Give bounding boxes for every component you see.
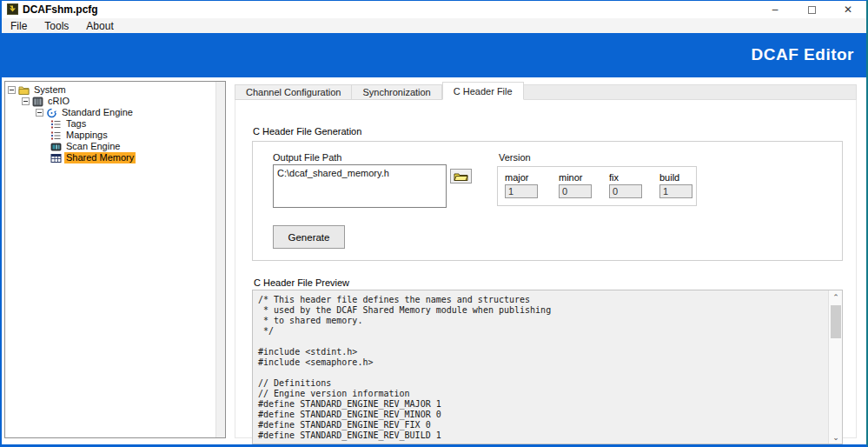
scrollbar-thumb[interactable] bbox=[831, 305, 841, 338]
engine-icon bbox=[46, 108, 57, 118]
tree-item-mappings[interactable]: Mappings bbox=[5, 130, 215, 141]
tree-item-scan-engine[interactable]: Scan Engine bbox=[5, 141, 215, 152]
crio-icon bbox=[32, 97, 43, 107]
close-icon: ✕ bbox=[844, 3, 852, 16]
preview-scrollbar[interactable]: ⌃ ⌄ bbox=[828, 290, 842, 444]
tree-scrollbar[interactable] bbox=[215, 82, 225, 437]
tree-item-label: cRIO bbox=[46, 96, 71, 107]
version-major-label: major bbox=[505, 172, 550, 183]
c-header-preview-box: /* This header file defines the names an… bbox=[252, 290, 843, 444]
scroll-down-icon[interactable]: ⌄ bbox=[829, 430, 843, 444]
minimize-icon: – bbox=[772, 3, 779, 16]
close-button[interactable]: ✕ bbox=[830, 1, 866, 18]
maximize-button[interactable] bbox=[793, 1, 830, 18]
generation-group-box: Output File Path C:\dcaf_shared_memory.h… bbox=[252, 141, 843, 261]
version-group-box: major minor fix build bbox=[497, 166, 697, 206]
tree-item-tags[interactable]: Tags bbox=[5, 118, 215, 130]
version-minor-field bbox=[559, 184, 592, 198]
tree-item-label: System bbox=[32, 84, 68, 96]
system-tree: System cRIO Standard En bbox=[5, 84, 215, 163]
browse-button[interactable] bbox=[450, 169, 472, 183]
window-title: DCAFshm.pcfg bbox=[23, 3, 98, 16]
version-fix-field bbox=[609, 184, 642, 198]
c-header-file-page: C Header File Generation Output File Pat… bbox=[235, 100, 857, 438]
tree-item-label: Scan Engine bbox=[64, 141, 122, 152]
tags-icon bbox=[50, 119, 62, 130]
tab-strip: Channel Configuration Synchronization C … bbox=[235, 82, 857, 100]
menu-file[interactable]: File bbox=[2, 18, 36, 33]
tree-item-crio[interactable]: cRIO bbox=[5, 96, 215, 107]
version-major-field bbox=[505, 184, 538, 198]
tree-item-label-selected: Shared Memory bbox=[64, 152, 136, 163]
version-major: major bbox=[505, 172, 550, 198]
tree-item-shared-memory[interactable]: Shared Memory bbox=[5, 152, 215, 163]
output-file-path-input[interactable]: C:\dcaf_shared_memory.h bbox=[273, 164, 447, 208]
version-fix-label: fix bbox=[609, 172, 654, 183]
version-minor: minor bbox=[559, 172, 604, 198]
title-bar: DCAFshm.pcfg – ✕ bbox=[2, 1, 866, 18]
folder-icon bbox=[18, 85, 30, 96]
generate-button[interactable]: Generate bbox=[273, 225, 345, 249]
open-folder-icon bbox=[454, 171, 468, 182]
app-icon bbox=[7, 3, 18, 15]
generation-group-label: C Header File Generation bbox=[253, 126, 361, 137]
tab-control: Channel Configuration Synchronization C … bbox=[235, 82, 857, 438]
tree-item-system[interactable]: System bbox=[5, 84, 215, 96]
version-fix: fix bbox=[609, 172, 654, 198]
collapse-icon[interactable] bbox=[36, 109, 43, 117]
menu-bar: File Tools About bbox=[2, 18, 866, 33]
tab-channel-configuration[interactable]: Channel Configuration bbox=[235, 84, 352, 100]
tree-item-label: Tags bbox=[64, 118, 88, 130]
scroll-up-icon[interactable]: ⌃ bbox=[829, 290, 843, 304]
c-header-code: /* This header file defines the names an… bbox=[258, 295, 826, 441]
tree-item-standard-engine[interactable]: Standard Engine bbox=[5, 107, 215, 118]
version-build: build bbox=[659, 172, 705, 198]
version-build-field bbox=[659, 184, 692, 198]
system-tree-panel: System cRIO Standard En bbox=[4, 81, 226, 438]
version-minor-label: minor bbox=[559, 172, 604, 183]
scan-engine-icon bbox=[50, 142, 62, 152]
version-build-label: build bbox=[659, 172, 705, 183]
app-window: DCAFshm.pcfg – ✕ File Tools About DCAF E… bbox=[0, 0, 868, 447]
tree-item-label: Mappings bbox=[64, 130, 109, 141]
output-file-path-label: Output File Path bbox=[273, 152, 342, 163]
app-banner-title: DCAF Editor bbox=[752, 45, 854, 64]
collapse-icon[interactable] bbox=[8, 86, 16, 94]
tab-strip-filler bbox=[524, 84, 857, 100]
collapse-icon[interactable] bbox=[22, 97, 30, 105]
version-label: Version bbox=[499, 152, 531, 163]
tree-item-label: Standard Engine bbox=[60, 107, 135, 118]
header-banner: DCAF Editor bbox=[2, 33, 866, 77]
tab-c-header-file[interactable]: C Header File bbox=[442, 82, 524, 100]
menu-about[interactable]: About bbox=[77, 18, 122, 33]
minimize-button[interactable]: – bbox=[757, 1, 793, 18]
maximize-icon bbox=[808, 6, 816, 14]
window-controls: – ✕ bbox=[757, 1, 866, 18]
mappings-icon bbox=[50, 130, 62, 141]
tab-synchronization[interactable]: Synchronization bbox=[352, 84, 441, 100]
menu-tools[interactable]: Tools bbox=[36, 18, 77, 33]
shared-memory-icon bbox=[50, 153, 62, 163]
preview-label: C Header File Preview bbox=[254, 277, 349, 288]
